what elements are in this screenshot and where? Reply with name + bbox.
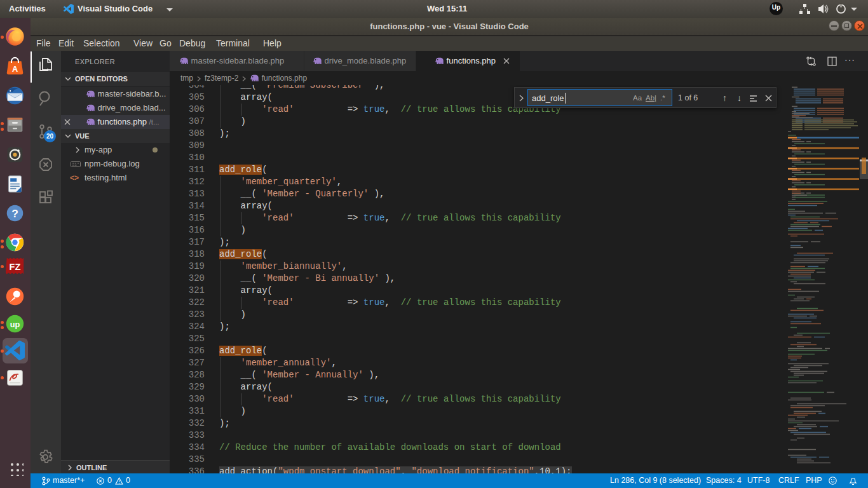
svg-text:?: ? — [11, 207, 18, 220]
svg-text:FZ: FZ — [10, 262, 21, 272]
svg-text:up: up — [10, 319, 20, 329]
svg-text:A: A — [12, 64, 18, 74]
